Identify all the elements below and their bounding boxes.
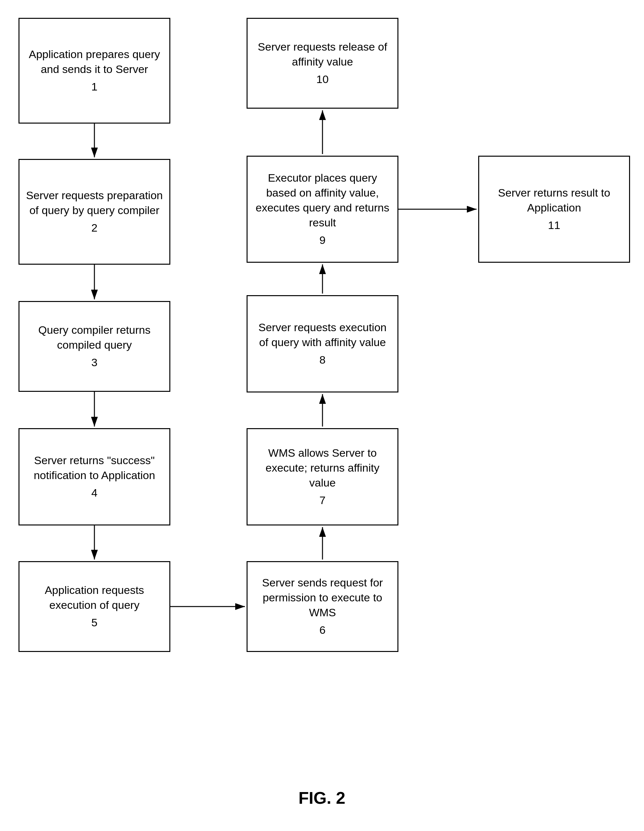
box-num-box8: 8	[320, 353, 326, 368]
arrows-svg	[0, 0, 644, 831]
box-num-box10: 10	[316, 72, 328, 87]
box-box3: Query compiler returns compiled query3	[19, 301, 171, 392]
box-num-box2: 2	[91, 221, 98, 236]
box-text-box9: Executor places query based on affinity …	[254, 170, 391, 230]
box-box5: Application requests execution of query5	[19, 561, 171, 652]
box-box10: Server requests release of affinity valu…	[247, 18, 399, 109]
box-num-box11: 11	[548, 218, 560, 233]
box-box4: Server returns "success" notification to…	[19, 428, 171, 525]
box-text-box1: Application prepares query and sends it …	[26, 47, 163, 77]
box-text-box4: Server returns "success" notification to…	[26, 453, 163, 483]
box-num-box3: 3	[91, 355, 98, 370]
box-text-box5: Application requests execution of query	[26, 583, 163, 613]
box-text-box11: Server returns result to Application	[486, 186, 623, 215]
box-box2: Server requests preparation of query by …	[19, 159, 171, 265]
box-text-box3: Query compiler returns compiled query	[26, 323, 163, 353]
box-text-box10: Server requests release of affinity valu…	[254, 40, 391, 69]
box-text-box7: WMS allows Server to execute; returns af…	[254, 446, 391, 490]
box-text-box8: Server requests execution of query with …	[254, 320, 391, 350]
box-num-box5: 5	[91, 615, 98, 630]
box-num-box4: 4	[91, 486, 98, 500]
box-box11: Server returns result to Application11	[478, 156, 630, 263]
box-num-box1: 1	[91, 80, 98, 94]
box-num-box6: 6	[320, 623, 326, 638]
box-text-box2: Server requests preparation of query by …	[26, 188, 163, 218]
box-box8: Server requests execution of query with …	[247, 295, 399, 392]
box-num-box7: 7	[320, 493, 326, 508]
box-box7: WMS allows Server to execute; returns af…	[247, 428, 399, 525]
diagram-container: Application prepares query and sends it …	[0, 0, 644, 831]
box-box6: Server sends request for permission to e…	[247, 561, 399, 652]
box-box1: Application prepares query and sends it …	[19, 18, 171, 124]
figure-label: FIG. 2	[298, 788, 345, 808]
box-text-box6: Server sends request for permission to e…	[254, 575, 391, 620]
box-box9: Executor places query based on affinity …	[247, 156, 399, 263]
box-num-box9: 9	[320, 233, 326, 248]
